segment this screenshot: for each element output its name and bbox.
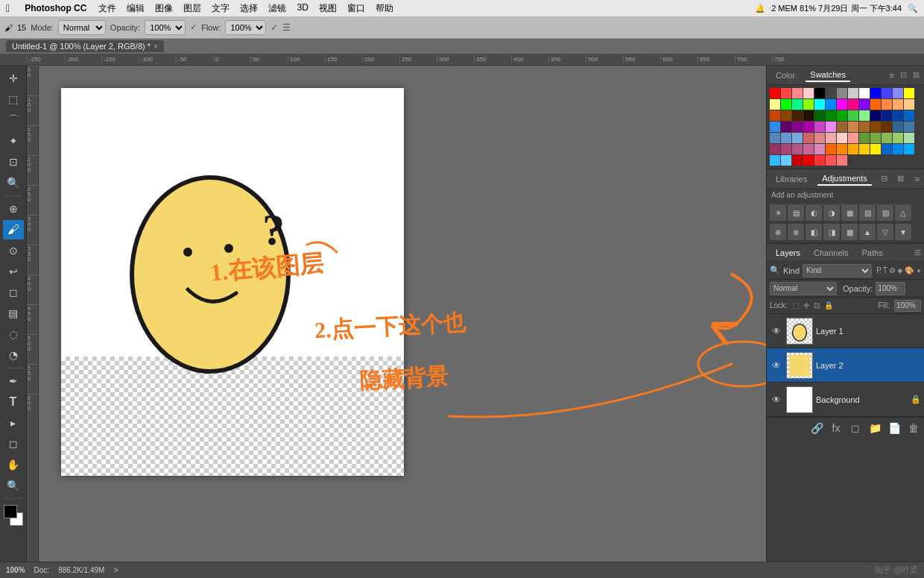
swatch-color[interactable]	[814, 122, 825, 132]
swatch-color[interactable]	[870, 144, 881, 154]
swatch-color[interactable]	[859, 110, 870, 121]
brush-tool[interactable]: 🖌	[3, 220, 24, 239]
swatch-color[interactable]	[803, 110, 814, 121]
mode-select[interactable]: Normal Multiply Screen	[58, 20, 106, 35]
swatch-color[interactable]	[803, 88, 814, 98]
swatch-color[interactable]	[837, 110, 847, 121]
layers-tab[interactable]: Layers	[770, 247, 806, 259]
swatch-color[interactable]	[848, 88, 858, 98]
swatch-color[interactable]	[882, 133, 892, 143]
history-brush-tool[interactable]: ↩	[3, 262, 24, 281]
clone-tool[interactable]: ⊙	[3, 241, 24, 260]
swatch-color[interactable]	[870, 133, 881, 143]
adj-channelmixer[interactable]: ⊕	[770, 224, 786, 240]
swatch-color[interactable]	[781, 155, 791, 166]
blend-mode-select[interactable]: Normal Multiply Screen	[770, 282, 837, 295]
swatch-color[interactable]	[770, 88, 780, 98]
swatch-color[interactable]	[882, 122, 892, 132]
pen-tool[interactable]: ✒	[3, 371, 24, 391]
swatch-color[interactable]	[882, 110, 892, 121]
swatch-color[interactable]	[803, 144, 814, 154]
swatch-color[interactable]	[792, 88, 803, 98]
marquee-tool[interactable]: ⬚	[3, 89, 24, 109]
zoom-tool[interactable]: 🔍	[3, 476, 24, 495]
adj-invert[interactable]: ▲	[859, 224, 876, 240]
panel-mini-icon[interactable]: ⊟	[878, 172, 891, 186]
menu-window[interactable]: 窗口	[347, 2, 365, 15]
channels-tab[interactable]: Channels	[808, 247, 854, 259]
swatch-color[interactable]	[893, 110, 903, 121]
swatch-color[interactable]	[904, 133, 914, 143]
document-tab[interactable]: Untitled-1 @ 100% (Layer 2, RGB/8) * ×	[6, 40, 164, 52]
swatch-color[interactable]	[826, 88, 836, 98]
swatch-color[interactable]	[904, 88, 914, 98]
adj-hsl[interactable]: ▧	[859, 204, 876, 221]
adj-colorbalance[interactable]: ▨	[877, 204, 893, 221]
panel-menu-btn[interactable]: ≡	[911, 172, 924, 186]
delete-layer-btn[interactable]: 🗑	[906, 421, 921, 436]
adj-exposure[interactable]: ◑	[823, 204, 840, 221]
swatch-color[interactable]	[770, 122, 780, 132]
shape-tool[interactable]: ◻	[3, 434, 24, 453]
magic-wand-tool[interactable]: ✦	[3, 131, 24, 151]
menu-file[interactable]: 文件	[98, 2, 116, 15]
panel-icons-close[interactable]: ⊟	[900, 70, 907, 80]
eraser-tool[interactable]: ◻	[3, 283, 24, 302]
menu-type[interactable]: 文字	[212, 2, 230, 15]
swatch-color[interactable]	[893, 99, 903, 110]
menu-3d[interactable]: 3D	[297, 2, 308, 15]
swatch-color[interactable]	[781, 110, 791, 121]
menu-edit[interactable]: 编辑	[127, 2, 145, 15]
swatch-color[interactable]	[870, 88, 881, 98]
adj-brightness[interactable]: ☀	[770, 204, 786, 221]
healing-tool[interactable]: ⊕	[3, 199, 24, 219]
swatch-color[interactable]	[848, 133, 858, 143]
swatch-color[interactable]	[826, 144, 836, 154]
color-tab[interactable]: Color	[771, 69, 800, 81]
swatch-color[interactable]	[837, 122, 847, 132]
swatch-color[interactable]	[848, 122, 858, 132]
swatch-color[interactable]	[814, 144, 825, 154]
menu-help[interactable]: 帮助	[376, 2, 393, 15]
swatch-color[interactable]	[859, 133, 870, 143]
swatch-color[interactable]	[893, 144, 903, 154]
adj-gradient[interactable]: ⊗	[788, 224, 804, 240]
layer2-visibility-eye[interactable]: 👁	[770, 359, 783, 372]
swatch-color[interactable]	[781, 88, 791, 98]
adjustments-tab[interactable]: Adjustments	[817, 172, 872, 186]
swatch-color[interactable]	[781, 133, 791, 143]
layer-item-layer2[interactable]: 👁 Layer 2	[767, 348, 924, 383]
path-selection-tool[interactable]: ▸	[3, 413, 24, 433]
menu-image[interactable]: 图像	[155, 2, 173, 15]
tab-close-button[interactable]: ×	[154, 43, 158, 51]
flow-select[interactable]: 100% 80%	[225, 20, 266, 35]
paths-tab[interactable]: Paths	[856, 247, 889, 259]
swatch-color[interactable]	[859, 144, 870, 154]
kind-select[interactable]: Kind Name Effect	[803, 264, 872, 277]
adj-levels[interactable]: ▤	[788, 204, 804, 221]
search-icon[interactable]: 🔍	[908, 4, 918, 13]
swatch-color[interactable]	[848, 110, 858, 121]
swatch-color[interactable]	[904, 110, 914, 121]
swatch-color[interactable]	[893, 133, 903, 143]
photoshop-canvas[interactable]: ? 1.在该图层	[61, 88, 404, 476]
panel-menu-icon[interactable]: ≡	[890, 71, 894, 80]
add-style-btn[interactable]: fx	[829, 421, 844, 436]
fill-input[interactable]	[894, 300, 921, 312]
blur-tool[interactable]: ◌	[3, 324, 24, 344]
swatch-color[interactable]	[803, 155, 814, 166]
link-layers-btn[interactable]: 🔗	[809, 421, 824, 436]
swatch-color[interactable]	[848, 144, 858, 154]
swatch-color[interactable]	[770, 99, 780, 110]
swatch-color[interactable]	[792, 155, 803, 166]
swatch-color[interactable]	[848, 99, 858, 110]
swatch-color[interactable]	[826, 110, 836, 121]
layer-visibility-eye[interactable]: 👁	[770, 324, 783, 338]
panel-expand-icon[interactable]: ⊠	[894, 172, 908, 186]
adj-vibrance[interactable]: ▦	[841, 204, 858, 221]
layers-panel-menu[interactable]: ≡	[914, 246, 921, 260]
gradient-tool[interactable]: ▤	[3, 304, 24, 323]
swatch-color[interactable]	[770, 133, 780, 143]
apple-icon[interactable]: 	[6, 2, 10, 14]
swatch-color[interactable]	[904, 144, 914, 154]
